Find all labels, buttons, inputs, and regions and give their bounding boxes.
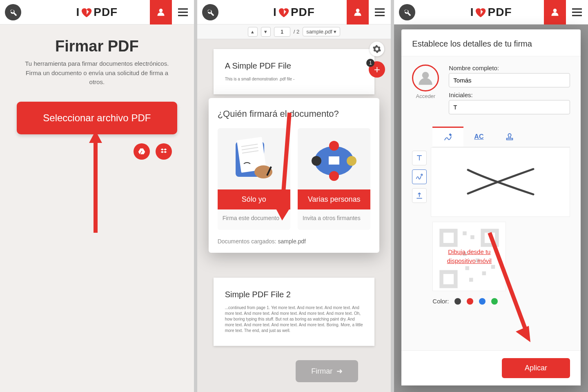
app-logo: I PDF xyxy=(76,6,118,19)
svg-rect-22 xyxy=(329,156,339,165)
pdf-toolbar: ▴ ▾ / 2 sample.pdf ▾ xyxy=(197,24,391,39)
tab-stamp[interactable] xyxy=(494,127,525,147)
mobile-draw-card[interactable]: Dibuja desde tu dispositivo móvil xyxy=(432,222,506,291)
svg-rect-30 xyxy=(507,138,513,140)
svg-point-31 xyxy=(421,174,423,175)
color-picker: Color: xyxy=(432,298,570,305)
svg-rect-35 xyxy=(485,233,495,243)
account-button[interactable] xyxy=(544,0,566,24)
svg-rect-38 xyxy=(463,232,467,235)
menu-button[interactable] xyxy=(566,0,588,24)
svg-rect-45 xyxy=(466,266,469,270)
modal-title: Establece los detalles de tu firma xyxy=(401,29,581,56)
svg-point-0 xyxy=(159,9,163,12)
tab-draw[interactable] xyxy=(432,127,463,147)
header: I PDF xyxy=(0,0,194,24)
pdf-body: This is a small demonstration .pdf file … xyxy=(225,76,363,82)
option-only-me-button: Sólo yo xyxy=(218,189,290,209)
app-logo: I PDF xyxy=(273,6,315,19)
logo-prefix: I xyxy=(76,6,80,19)
account-button[interactable] xyxy=(150,0,172,24)
tool-text[interactable] xyxy=(412,151,427,165)
only-me-illustration xyxy=(218,128,290,189)
color-green[interactable] xyxy=(491,298,498,305)
color-blue[interactable] xyxy=(479,298,486,305)
page-subtitle: Tu herramienta para firmar documentos el… xyxy=(19,59,174,87)
panel-step1: I PDF Firmar PDF Tu herramienta para fir… xyxy=(0,0,197,392)
svg-rect-33 xyxy=(443,233,454,243)
file-dropdown[interactable]: sample.pdf ▾ xyxy=(303,27,340,36)
signature-mode-tabs: AC xyxy=(432,127,570,147)
signature-canvas[interactable] xyxy=(431,147,570,217)
modal-title: ¿Quién firmará el documento? xyxy=(218,109,371,119)
svg-point-19 xyxy=(329,171,339,181)
header: I PDF xyxy=(394,0,588,24)
pdf-body: ...continued from page 1. Yet more text.… xyxy=(225,305,363,334)
sign-button-disabled: Firmar ➜ xyxy=(296,360,358,382)
add-button[interactable]: +1 xyxy=(369,61,385,78)
wrench-icon[interactable] xyxy=(5,4,21,20)
svg-point-21 xyxy=(347,156,356,166)
tab-type[interactable]: AC xyxy=(463,127,494,147)
loaded-filename: sample.pdf xyxy=(278,238,306,245)
heart-icon xyxy=(278,6,290,18)
signature-details-modal: Establece los detalles de tu firma Acced… xyxy=(401,29,581,385)
arrow-right-icon: ➜ xyxy=(336,367,343,376)
heart-icon xyxy=(475,6,487,18)
svg-point-20 xyxy=(312,156,321,166)
option-multiple[interactable]: Varias personas Invita a otros firmantes xyxy=(298,128,370,230)
page-down-button[interactable]: ▾ xyxy=(261,27,271,37)
panel-step3: I PDF Firmar➜ Establece los detalles de … xyxy=(394,0,588,392)
wrench-icon[interactable] xyxy=(202,4,218,20)
google-drive-button[interactable] xyxy=(134,143,150,160)
color-black[interactable] xyxy=(454,298,461,305)
add-badge: 1 xyxy=(366,59,374,67)
page-up-button[interactable]: ▴ xyxy=(248,27,258,37)
pdf-page-1: A Simple PDF File This is a small demons… xyxy=(214,49,375,94)
svg-rect-42 xyxy=(482,272,486,275)
app-logo: I PDF xyxy=(470,6,512,19)
page-current-input[interactable] xyxy=(274,27,290,37)
panel-step2: I PDF ▴ ▾ / 2 sample.pdf ▾ A Simple PDF … xyxy=(197,0,394,392)
avatar-icon xyxy=(412,65,439,91)
svg-rect-39 xyxy=(471,235,474,239)
svg-point-15 xyxy=(254,165,272,178)
menu-button[interactable] xyxy=(172,0,194,24)
option-multiple-button: Varias personas xyxy=(298,189,370,209)
svg-rect-44 xyxy=(469,278,473,281)
fullname-label: Nombre completo: xyxy=(449,65,570,71)
multiple-illustration xyxy=(298,128,370,189)
avatar-login[interactable]: Acceder xyxy=(412,65,439,118)
menu-button[interactable] xyxy=(369,0,391,24)
heart-icon xyxy=(80,6,93,18)
wrench-icon[interactable] xyxy=(399,4,415,20)
initials-label: Iniciales: xyxy=(449,91,570,98)
dropbox-button[interactable] xyxy=(156,143,172,160)
initials-input[interactable] xyxy=(449,100,570,114)
pdf-heading: Simple PDF File 2 xyxy=(225,290,363,299)
mobile-draw-link: Dibuja desde tu dispositivo móvil xyxy=(433,247,506,266)
svg-point-18 xyxy=(329,141,339,151)
account-button[interactable] xyxy=(347,0,369,24)
pdf-page-2: Simple PDF File 2 ...continued from page… xyxy=(214,278,375,346)
color-red[interactable] xyxy=(467,298,473,305)
option-only-me[interactable]: Sólo yo Firma este documento xyxy=(218,128,290,230)
page-total: / 2 xyxy=(294,29,299,35)
tool-signature[interactable] xyxy=(412,169,427,184)
svg-point-25 xyxy=(553,9,557,12)
drawn-signature xyxy=(460,162,541,203)
svg-point-6 xyxy=(356,9,360,12)
pdf-heading: A Simple PDF File xyxy=(225,61,363,71)
header: I PDF xyxy=(197,0,391,24)
settings-button[interactable] xyxy=(370,42,384,56)
page-title: Firmar PDF xyxy=(11,38,183,55)
option-multiple-desc: Invita a otros firmantes xyxy=(298,209,370,230)
fullname-input[interactable] xyxy=(449,73,570,87)
logo-suffix: PDF xyxy=(94,6,118,19)
svg-rect-37 xyxy=(443,274,454,284)
select-pdf-button[interactable]: Seleccionar archivo PDF xyxy=(17,102,178,134)
tool-upload[interactable] xyxy=(412,188,427,203)
signer-modal: ¿Quién firmará el documento? Sólo yo Fir… xyxy=(209,98,380,253)
apply-button[interactable]: Aplicar xyxy=(502,358,570,378)
color-label: Color: xyxy=(432,298,449,305)
